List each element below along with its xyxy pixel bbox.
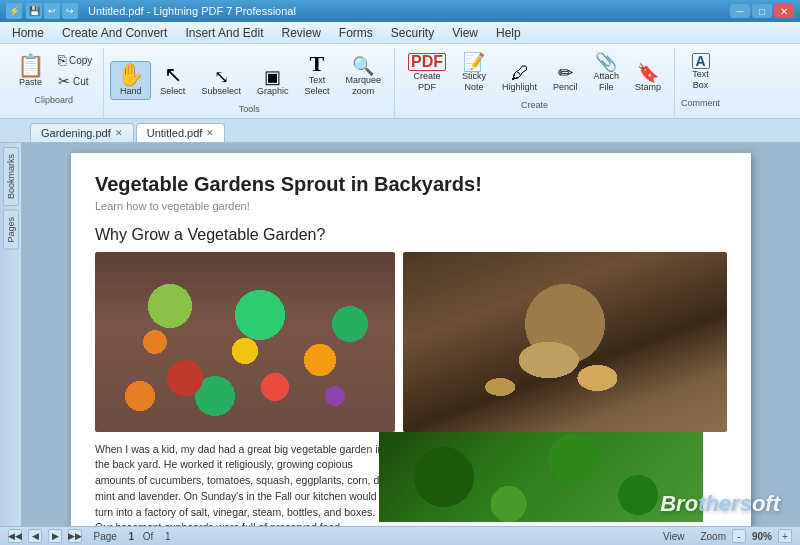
marquee-icon: 🔍 [352,57,374,75]
paste-label: Paste [19,77,42,88]
paste-button[interactable]: 📋 Paste [10,52,51,91]
sticky-note-icon: 📝 [463,53,485,71]
tab-gardening-close[interactable]: ✕ [115,128,123,138]
pages-panel-button[interactable]: Pages [3,210,19,250]
window-controls: ─ □ ✕ [730,4,794,18]
garden-image-bottom [379,432,703,522]
pdf-body-text: When I was a kid, my dad had a great big… [95,442,395,526]
menu-help[interactable]: Help [488,24,529,42]
close-button[interactable]: ✕ [774,4,794,18]
highlight-label: Highlight [502,82,537,93]
paste-icon: 📋 [17,55,44,77]
prev-page-button[interactable]: ◀◀ [8,529,22,543]
next-button[interactable]: ▶ [48,529,62,543]
hand-icon: ✋ [117,64,144,86]
menu-view[interactable]: View [444,24,486,42]
tab-gardening-label: Gardening.pdf [41,127,111,139]
pencil-icon: ✏ [558,64,573,82]
total-pages: 1 [165,531,171,542]
tools-label: Tools [239,104,260,116]
ribbon-group-clipboard: 📋 Paste ⎘ Copy ✂ Cut Clipboard [4,48,104,118]
highlight-button[interactable]: 🖊 Highlight [495,61,544,96]
of-label: Of [140,531,159,542]
cut-button[interactable]: ✂ Cut [53,71,97,91]
tab-gardening[interactable]: Gardening.pdf ✕ [30,123,134,142]
graphic-icon: ▣ [264,68,281,86]
pdf-viewport[interactable]: Vegetable Gardens Sprout in Backyards! L… [22,143,800,526]
select-button[interactable]: ↖ Select [153,61,192,100]
menu-review[interactable]: Review [273,24,328,42]
sticky-note-label: StickyNote [462,71,486,93]
garden-image-content [379,432,703,522]
title-bar: ⚡ 💾 ↩ ↪ Untitled.pdf - Lightning PDF 7 P… [0,0,800,22]
pdf-title: Vegetable Gardens Sprout in Backyards! [95,173,727,196]
save-icon[interactable]: 💾 [26,3,42,19]
textbox-button[interactable]: A TextBox [685,50,717,94]
status-right: View Zoom - 90% + [663,529,792,543]
stamp-button[interactable]: 🔖 Stamp [628,61,668,96]
tab-untitled-close[interactable]: ✕ [206,128,214,138]
maximize-button[interactable]: □ [752,4,772,18]
zoom-label: Zoom [700,531,726,542]
sticky-note-button[interactable]: 📝 StickyNote [455,50,493,96]
tabs-bar: Gardening.pdf ✕ Untitled.pdf ✕ [0,119,800,143]
pdf-subtitle: Learn how to vegetable garden! [95,200,727,212]
graphic-button[interactable]: ▣ Graphic [250,65,296,100]
pdf-page: Vegetable Gardens Sprout in Backyards! L… [71,153,751,526]
menu-home[interactable]: Home [4,24,52,42]
ribbon-group-comment: A TextBox Comment [675,48,726,118]
redo-icon[interactable]: ↪ [62,3,78,19]
cut-label: Cut [73,76,89,87]
title-bar-left: ⚡ 💾 ↩ ↪ Untitled.pdf - Lightning PDF 7 P… [6,3,296,19]
textbox-label: TextBox [692,69,709,91]
hand-button[interactable]: ✋ Hand [110,61,151,100]
attach-file-label: AttachFile [594,71,620,93]
stamp-label: Stamp [635,82,661,93]
last-page-button[interactable]: ▶▶ [68,529,82,543]
ribbon-content: 📋 Paste ⎘ Copy ✂ Cut Clipboard [0,48,800,118]
quick-access-toolbar: 💾 ↩ ↪ [26,3,78,19]
pdf-images-row [95,252,727,432]
zoom-in-button[interactable]: + [778,529,792,543]
select-icon: ↖ [164,64,182,86]
clipboard-buttons: 📋 Paste ⎘ Copy ✂ Cut [10,50,97,91]
text-select-button[interactable]: T TextSelect [297,50,336,100]
main-area: Bookmarks Pages Vegetable Gardens Sprout… [0,143,800,526]
create-pdf-label: CreatePDF [413,71,440,93]
pencil-button[interactable]: ✏ Pencil [546,61,585,96]
bookmarks-panel-button[interactable]: Bookmarks [3,147,19,206]
zoom-out-button[interactable]: - [732,529,746,543]
create-pdf-button[interactable]: PDF CreatePDF [401,50,453,96]
page-number: 1 [128,531,134,542]
attach-file-button[interactable]: 📎 AttachFile [587,50,627,96]
subselect-button[interactable]: ⤡ Subselect [194,65,248,100]
attach-file-icon: 📎 [595,53,617,71]
textbox-icon: A [692,53,710,69]
vegetables-image-content [95,252,395,432]
menu-forms[interactable]: Forms [331,24,381,42]
pdf-section-title: Why Grow a Vegetable Garden? [95,226,727,244]
stamp-icon: 🔖 [637,64,659,82]
marquee-zoom-button[interactable]: 🔍 Marqueezoom [338,54,388,100]
vegetables-image [95,252,395,432]
marquee-label: Marqueezoom [345,75,381,97]
menu-security[interactable]: Security [383,24,442,42]
copy-cut-group: ⎘ Copy ✂ Cut [53,50,97,91]
copy-button[interactable]: ⎘ Copy [53,50,97,70]
tools-buttons: ✋ Hand ↖ Select ⤡ Subselect ▣ Graphic T [110,50,388,100]
prev-button[interactable]: ◀ [28,529,42,543]
copy-icon: ⎘ [58,52,66,68]
zoom-level: 90% [752,531,772,542]
create-label: Create [521,100,548,112]
page-label: Page [88,531,122,542]
select-label: Select [160,86,185,97]
menu-insert-edit[interactable]: Insert And Edit [177,24,271,42]
undo-icon[interactable]: ↩ [44,3,60,19]
side-panel: Bookmarks Pages [0,143,22,526]
ribbon: 📋 Paste ⎘ Copy ✂ Cut Clipboard [0,44,800,119]
clipboard-label: Clipboard [34,95,73,107]
menu-create-convert[interactable]: Create And Convert [54,24,175,42]
tab-untitled[interactable]: Untitled.pdf ✕ [136,123,226,142]
minimize-button[interactable]: ─ [730,4,750,18]
create-pdf-icon: PDF [408,53,446,71]
